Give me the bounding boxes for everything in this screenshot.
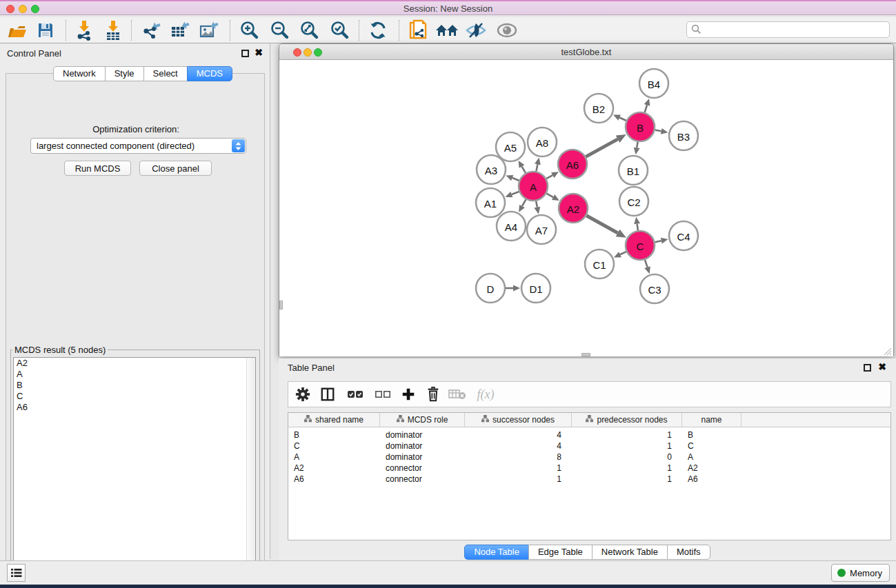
add-column-icon[interactable] — [397, 382, 420, 407]
save-session-icon[interactable] — [33, 19, 58, 42]
export-table-icon[interactable] — [168, 19, 192, 42]
zoom-in-icon[interactable] — [237, 19, 261, 42]
table-panel-title: Table Panel — [288, 363, 335, 373]
network-canvas[interactable]: B4B2BB3A5A8A6A3B1AA1C2A2A4A7CC4C1C3DD1 — [279, 61, 893, 356]
table-settings-icon[interactable] — [291, 382, 315, 407]
column-header-name[interactable]: name — [682, 413, 741, 427]
edge-A-A1[interactable] — [512, 192, 519, 194]
edge-A-A8[interactable] — [536, 164, 537, 171]
float-panel-icon[interactable] — [241, 50, 249, 57]
deselect-all-icon[interactable] — [371, 382, 395, 407]
zoom-selected-icon[interactable] — [327, 19, 352, 42]
search-input[interactable] — [686, 21, 890, 38]
cell-predecessor-nodes: 1 — [572, 463, 682, 474]
mcds-result-list[interactable]: A2ABCA6 — [13, 357, 256, 579]
vertical-scrollbar-thumb[interactable] — [279, 301, 283, 310]
control-panel-tabs: NetworkStyleSelectMCDS — [53, 66, 232, 81]
edge-A-A6[interactable] — [546, 175, 552, 179]
delete-column-icon[interactable] — [421, 382, 445, 407]
edge-C-C3[interactable] — [645, 260, 648, 267]
edge-A-A3[interactable] — [512, 178, 519, 181]
tab-style[interactable]: Style — [105, 66, 144, 81]
hide-graphics-details-icon[interactable] — [464, 19, 488, 42]
edge-C-C4[interactable] — [655, 241, 661, 242]
edge-arrowhead — [661, 128, 668, 134]
tab-node-table[interactable]: Node Table — [464, 545, 529, 560]
edge-arrowhead — [644, 266, 650, 274]
column-header-shared-name[interactable]: shared name — [288, 413, 380, 427]
table-row[interactable]: Cdominator41C — [288, 440, 890, 452]
memory-button[interactable]: Memory — [831, 564, 890, 582]
edge-B-B4[interactable] — [645, 105, 647, 112]
edge-arrowhead — [513, 285, 520, 292]
delete-table-icon[interactable] — [446, 382, 469, 407]
tab-motifs[interactable]: Motifs — [667, 545, 710, 560]
zoom-out-icon[interactable] — [267, 19, 292, 42]
column-header-label: shared name — [315, 415, 364, 425]
horizontal-scrollbar-thumb[interactable] — [581, 353, 590, 356]
resize-grip-icon[interactable] — [884, 346, 892, 354]
cell-shared-name: A — [288, 452, 380, 463]
show-panel-list-button[interactable] — [7, 564, 26, 582]
tab-edge-table[interactable]: Edge Table — [528, 545, 593, 560]
mcds-result-item[interactable]: A2 — [14, 358, 255, 369]
application-window: Session: New Session — [0, 0, 896, 588]
close-panel-button[interactable]: Close panel — [139, 161, 212, 176]
network-window-titlebar[interactable]: testGlobe.txt — [279, 44, 893, 60]
run-mcds-button[interactable]: Run MCDS — [64, 161, 131, 176]
select-all-icon[interactable] — [344, 382, 367, 407]
mcds-result-item[interactable]: B — [14, 380, 255, 391]
import-network-icon[interactable] — [72, 19, 97, 42]
edge-A6-B[interactable] — [586, 139, 617, 157]
table-row[interactable]: Adominator80A — [288, 452, 890, 463]
column-header-predecessor-nodes[interactable]: predecessor nodes — [572, 413, 682, 427]
mcds-result-item[interactable]: A6 — [14, 402, 255, 413]
tab-select[interactable]: Select — [143, 66, 188, 81]
first-neighbors-icon[interactable] — [435, 19, 459, 42]
edge-B-B1[interactable] — [637, 142, 637, 148]
close-panel-icon[interactable]: ✖ — [255, 49, 263, 57]
refresh-icon[interactable] — [366, 19, 390, 42]
float-table-panel-icon[interactable] — [864, 364, 871, 372]
edge-A2-C[interactable] — [586, 216, 617, 233]
edge-C-C2[interactable] — [637, 224, 638, 231]
cell-successor-nodes: 4 — [465, 440, 572, 452]
column-tree-icon — [481, 415, 489, 425]
tab-network-table[interactable]: Network Table — [592, 545, 668, 560]
optimization-criterion-select[interactable]: largest connected component (directed) — [30, 138, 246, 154]
column-manager-icon[interactable] — [316, 382, 339, 407]
new-network-from-selection-icon[interactable] — [406, 19, 430, 42]
edge-C-C1[interactable] — [620, 252, 626, 254]
import-table-icon[interactable] — [101, 19, 126, 42]
table-row[interactable]: A6connector11A6 — [288, 474, 890, 485]
mcds-result-item[interactable]: C — [14, 391, 255, 402]
edge-A-A2[interactable] — [546, 194, 553, 197]
edge-arrowhead — [634, 217, 640, 225]
edge-A-A7[interactable] — [536, 201, 537, 207]
table-row[interactable]: A2connector11A2 — [288, 463, 890, 474]
zoom-fit-icon[interactable] — [297, 19, 321, 42]
mcds-list-scrollbar[interactable] — [246, 358, 255, 578]
export-image-icon[interactable] — [197, 19, 221, 42]
column-header-MCDS-role[interactable]: MCDS role — [380, 413, 465, 427]
edge-A-A4[interactable] — [522, 199, 526, 206]
graph-node-label: A4 — [505, 221, 517, 233]
memory-label: Memory — [850, 568, 882, 578]
open-file-icon[interactable] — [5, 19, 30, 42]
mcds-result-item[interactable]: A — [14, 369, 255, 380]
tab-network[interactable]: Network — [53, 66, 106, 81]
network-graph[interactable]: B4B2BB3A5A8A6A3B1AA1C2A2A4A7CC4C1C3DD1 — [279, 61, 893, 356]
edge-A-A5[interactable] — [522, 167, 526, 173]
graph-node-label: B1 — [627, 165, 639, 177]
column-header-successor-nodes[interactable]: successor nodes — [465, 413, 572, 427]
function-builder-icon[interactable]: f(x) — [470, 382, 501, 407]
graph-node-label: B4 — [648, 79, 660, 90]
tab-mcds[interactable]: MCDS — [187, 66, 232, 81]
show-graphics-details-icon[interactable] — [495, 19, 519, 42]
edge-B-B3[interactable] — [655, 130, 661, 131]
export-network-icon[interactable] — [139, 19, 163, 42]
table-row[interactable]: Bdominator41B — [288, 429, 890, 440]
cell-predecessor-nodes: 1 — [572, 429, 682, 440]
edge-B-B2[interactable] — [619, 118, 626, 121]
close-table-panel-icon[interactable]: ✖ — [878, 363, 886, 371]
